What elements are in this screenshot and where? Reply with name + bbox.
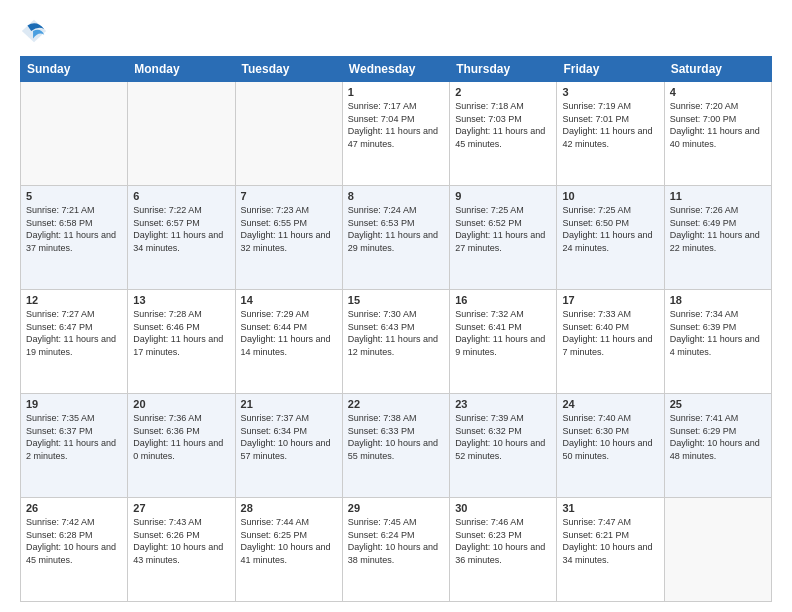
day-info: Sunrise: 7:17 AM Sunset: 7:04 PM Dayligh… [348, 100, 444, 150]
day-number: 18 [670, 294, 766, 306]
day-info: Sunrise: 7:24 AM Sunset: 6:53 PM Dayligh… [348, 204, 444, 254]
day-number: 17 [562, 294, 658, 306]
logo-icon [20, 18, 48, 46]
day-info: Sunrise: 7:18 AM Sunset: 7:03 PM Dayligh… [455, 100, 551, 150]
day-info: Sunrise: 7:26 AM Sunset: 6:49 PM Dayligh… [670, 204, 766, 254]
day-info: Sunrise: 7:36 AM Sunset: 6:36 PM Dayligh… [133, 412, 229, 462]
col-header-saturday: Saturday [664, 57, 771, 82]
day-info: Sunrise: 7:42 AM Sunset: 6:28 PM Dayligh… [26, 516, 122, 566]
day-cell: 11Sunrise: 7:26 AM Sunset: 6:49 PM Dayli… [664, 186, 771, 290]
calendar-header-row: SundayMondayTuesdayWednesdayThursdayFrid… [21, 57, 772, 82]
day-cell: 9Sunrise: 7:25 AM Sunset: 6:52 PM Daylig… [450, 186, 557, 290]
day-info: Sunrise: 7:35 AM Sunset: 6:37 PM Dayligh… [26, 412, 122, 462]
day-info: Sunrise: 7:21 AM Sunset: 6:58 PM Dayligh… [26, 204, 122, 254]
day-number: 11 [670, 190, 766, 202]
day-cell: 28Sunrise: 7:44 AM Sunset: 6:25 PM Dayli… [235, 498, 342, 602]
day-cell: 3Sunrise: 7:19 AM Sunset: 7:01 PM Daylig… [557, 82, 664, 186]
day-number: 2 [455, 86, 551, 98]
day-number: 9 [455, 190, 551, 202]
day-cell: 25Sunrise: 7:41 AM Sunset: 6:29 PM Dayli… [664, 394, 771, 498]
day-number: 13 [133, 294, 229, 306]
day-number: 10 [562, 190, 658, 202]
day-number: 27 [133, 502, 229, 514]
day-number: 28 [241, 502, 337, 514]
day-cell: 2Sunrise: 7:18 AM Sunset: 7:03 PM Daylig… [450, 82, 557, 186]
day-info: Sunrise: 7:25 AM Sunset: 6:52 PM Dayligh… [455, 204, 551, 254]
day-cell: 29Sunrise: 7:45 AM Sunset: 6:24 PM Dayli… [342, 498, 449, 602]
week-row-5: 26Sunrise: 7:42 AM Sunset: 6:28 PM Dayli… [21, 498, 772, 602]
day-cell: 7Sunrise: 7:23 AM Sunset: 6:55 PM Daylig… [235, 186, 342, 290]
day-info: Sunrise: 7:34 AM Sunset: 6:39 PM Dayligh… [670, 308, 766, 358]
col-header-monday: Monday [128, 57, 235, 82]
day-number: 29 [348, 502, 444, 514]
day-cell [128, 82, 235, 186]
day-number: 1 [348, 86, 444, 98]
day-info: Sunrise: 7:28 AM Sunset: 6:46 PM Dayligh… [133, 308, 229, 358]
day-cell: 12Sunrise: 7:27 AM Sunset: 6:47 PM Dayli… [21, 290, 128, 394]
day-number: 14 [241, 294, 337, 306]
day-cell: 30Sunrise: 7:46 AM Sunset: 6:23 PM Dayli… [450, 498, 557, 602]
day-info: Sunrise: 7:43 AM Sunset: 6:26 PM Dayligh… [133, 516, 229, 566]
day-info: Sunrise: 7:20 AM Sunset: 7:00 PM Dayligh… [670, 100, 766, 150]
day-info: Sunrise: 7:41 AM Sunset: 6:29 PM Dayligh… [670, 412, 766, 462]
day-number: 23 [455, 398, 551, 410]
day-number: 12 [26, 294, 122, 306]
day-cell: 4Sunrise: 7:20 AM Sunset: 7:00 PM Daylig… [664, 82, 771, 186]
day-number: 16 [455, 294, 551, 306]
day-info: Sunrise: 7:46 AM Sunset: 6:23 PM Dayligh… [455, 516, 551, 566]
day-cell: 18Sunrise: 7:34 AM Sunset: 6:39 PM Dayli… [664, 290, 771, 394]
day-cell [21, 82, 128, 186]
day-info: Sunrise: 7:44 AM Sunset: 6:25 PM Dayligh… [241, 516, 337, 566]
day-info: Sunrise: 7:29 AM Sunset: 6:44 PM Dayligh… [241, 308, 337, 358]
col-header-tuesday: Tuesday [235, 57, 342, 82]
day-info: Sunrise: 7:33 AM Sunset: 6:40 PM Dayligh… [562, 308, 658, 358]
day-number: 22 [348, 398, 444, 410]
day-info: Sunrise: 7:38 AM Sunset: 6:33 PM Dayligh… [348, 412, 444, 462]
col-header-friday: Friday [557, 57, 664, 82]
day-info: Sunrise: 7:27 AM Sunset: 6:47 PM Dayligh… [26, 308, 122, 358]
day-info: Sunrise: 7:23 AM Sunset: 6:55 PM Dayligh… [241, 204, 337, 254]
day-info: Sunrise: 7:45 AM Sunset: 6:24 PM Dayligh… [348, 516, 444, 566]
day-info: Sunrise: 7:30 AM Sunset: 6:43 PM Dayligh… [348, 308, 444, 358]
logo [20, 18, 52, 46]
day-cell: 22Sunrise: 7:38 AM Sunset: 6:33 PM Dayli… [342, 394, 449, 498]
day-cell: 17Sunrise: 7:33 AM Sunset: 6:40 PM Dayli… [557, 290, 664, 394]
calendar: SundayMondayTuesdayWednesdayThursdayFrid… [20, 56, 772, 602]
day-info: Sunrise: 7:22 AM Sunset: 6:57 PM Dayligh… [133, 204, 229, 254]
page-header [20, 18, 772, 46]
day-number: 4 [670, 86, 766, 98]
day-cell: 23Sunrise: 7:39 AM Sunset: 6:32 PM Dayli… [450, 394, 557, 498]
day-number: 31 [562, 502, 658, 514]
day-cell: 15Sunrise: 7:30 AM Sunset: 6:43 PM Dayli… [342, 290, 449, 394]
day-number: 19 [26, 398, 122, 410]
day-number: 20 [133, 398, 229, 410]
day-number: 15 [348, 294, 444, 306]
week-row-1: 1Sunrise: 7:17 AM Sunset: 7:04 PM Daylig… [21, 82, 772, 186]
day-cell: 27Sunrise: 7:43 AM Sunset: 6:26 PM Dayli… [128, 498, 235, 602]
week-row-2: 5Sunrise: 7:21 AM Sunset: 6:58 PM Daylig… [21, 186, 772, 290]
day-cell: 26Sunrise: 7:42 AM Sunset: 6:28 PM Dayli… [21, 498, 128, 602]
day-cell: 13Sunrise: 7:28 AM Sunset: 6:46 PM Dayli… [128, 290, 235, 394]
day-cell: 8Sunrise: 7:24 AM Sunset: 6:53 PM Daylig… [342, 186, 449, 290]
day-number: 5 [26, 190, 122, 202]
day-cell: 14Sunrise: 7:29 AM Sunset: 6:44 PM Dayli… [235, 290, 342, 394]
day-cell: 6Sunrise: 7:22 AM Sunset: 6:57 PM Daylig… [128, 186, 235, 290]
col-header-sunday: Sunday [21, 57, 128, 82]
day-cell: 16Sunrise: 7:32 AM Sunset: 6:41 PM Dayli… [450, 290, 557, 394]
week-row-4: 19Sunrise: 7:35 AM Sunset: 6:37 PM Dayli… [21, 394, 772, 498]
day-number: 7 [241, 190, 337, 202]
day-cell: 20Sunrise: 7:36 AM Sunset: 6:36 PM Dayli… [128, 394, 235, 498]
day-cell [664, 498, 771, 602]
day-info: Sunrise: 7:19 AM Sunset: 7:01 PM Dayligh… [562, 100, 658, 150]
day-number: 26 [26, 502, 122, 514]
day-number: 6 [133, 190, 229, 202]
day-cell: 31Sunrise: 7:47 AM Sunset: 6:21 PM Dayli… [557, 498, 664, 602]
day-cell: 5Sunrise: 7:21 AM Sunset: 6:58 PM Daylig… [21, 186, 128, 290]
day-info: Sunrise: 7:32 AM Sunset: 6:41 PM Dayligh… [455, 308, 551, 358]
day-cell: 24Sunrise: 7:40 AM Sunset: 6:30 PM Dayli… [557, 394, 664, 498]
day-cell: 10Sunrise: 7:25 AM Sunset: 6:50 PM Dayli… [557, 186, 664, 290]
day-info: Sunrise: 7:25 AM Sunset: 6:50 PM Dayligh… [562, 204, 658, 254]
day-info: Sunrise: 7:47 AM Sunset: 6:21 PM Dayligh… [562, 516, 658, 566]
col-header-wednesday: Wednesday [342, 57, 449, 82]
day-cell: 1Sunrise: 7:17 AM Sunset: 7:04 PM Daylig… [342, 82, 449, 186]
